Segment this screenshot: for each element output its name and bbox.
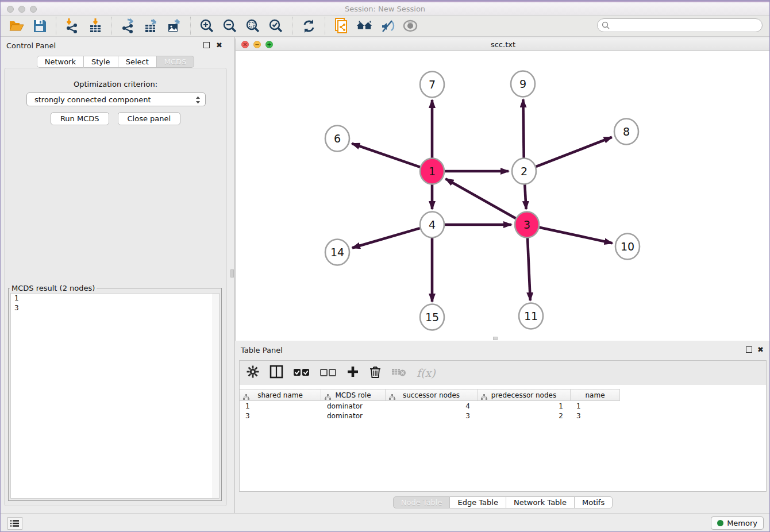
table-cell[interactable]: 4 bbox=[386, 402, 478, 411]
graph-node-7[interactable]: 7 bbox=[420, 72, 444, 98]
table-cell[interactable]: 1 bbox=[571, 402, 620, 411]
delete-column-icon[interactable] bbox=[369, 365, 381, 381]
tab-mcds[interactable]: MCDS bbox=[157, 56, 195, 68]
export-network-icon[interactable] bbox=[120, 17, 137, 34]
table-panel: Table Panel ✖ bbox=[235, 342, 770, 512]
column-header-shared-name[interactable]: shared name bbox=[240, 389, 321, 401]
graph-node-10[interactable]: 10 bbox=[615, 234, 640, 260]
table-tabs: Node Table Edge Table Network Table Moti… bbox=[235, 496, 770, 508]
table-cell[interactable]: 3 bbox=[571, 411, 620, 421]
table-toolbar: f(x) bbox=[240, 361, 766, 385]
tab-edge-table[interactable]: Edge Table bbox=[450, 496, 506, 508]
svg-text:6: 6 bbox=[334, 132, 341, 145]
tab-motifs[interactable]: Motifs bbox=[575, 496, 613, 508]
graph-node-2[interactable]: 2 bbox=[512, 159, 536, 184]
table-cell[interactable]: dominator bbox=[321, 402, 386, 411]
table-cell[interactable]: dominator bbox=[321, 411, 386, 421]
export-table-icon[interactable] bbox=[143, 17, 160, 34]
edge-2-9[interactable] bbox=[523, 99, 523, 159]
graph-node-11[interactable]: 11 bbox=[519, 303, 543, 329]
hide-graphics-icon[interactable] bbox=[379, 17, 396, 34]
table-cell[interactable]: 1 bbox=[478, 402, 571, 411]
edge-4-14[interactable] bbox=[352, 228, 420, 248]
table-cell[interactable]: 3 bbox=[240, 411, 321, 421]
zoom-fit-icon[interactable] bbox=[244, 17, 261, 34]
edge-3-11[interactable] bbox=[528, 237, 530, 300]
network-title: scc.txt bbox=[236, 40, 770, 49]
list-icon bbox=[10, 519, 20, 527]
session-title: Session: New Session bbox=[1, 5, 769, 13]
edge-2-3[interactable] bbox=[525, 184, 526, 209]
search-box[interactable] bbox=[597, 18, 763, 32]
graph-node-1[interactable]: 1 bbox=[420, 159, 444, 184]
tab-network-table[interactable]: Network Table bbox=[506, 496, 575, 508]
edge-1-6[interactable] bbox=[352, 144, 421, 167]
graph-node-14[interactable]: 14 bbox=[325, 240, 349, 265]
refresh-layout-icon[interactable] bbox=[300, 17, 317, 34]
add-column-icon[interactable] bbox=[346, 365, 359, 380]
float-panel-icon[interactable] bbox=[203, 42, 210, 48]
open-folder-icon[interactable] bbox=[8, 17, 25, 34]
select-all-icon[interactable] bbox=[294, 368, 310, 379]
svg-text:7: 7 bbox=[429, 78, 436, 91]
edge-3-10[interactable] bbox=[539, 228, 612, 244]
memory-button[interactable]: Memory bbox=[711, 516, 764, 530]
table-close-icon[interactable]: ✖ bbox=[757, 345, 764, 354]
table-cell[interactable]: 1 bbox=[240, 402, 321, 411]
tab-network[interactable]: Network bbox=[37, 56, 84, 68]
graph-node-3[interactable]: 3 bbox=[515, 212, 539, 238]
new-network-icon[interactable] bbox=[333, 17, 350, 34]
import-network-icon[interactable] bbox=[64, 17, 81, 34]
tab-select[interactable]: Select bbox=[118, 56, 157, 68]
control-panel-header: Control Panel ✖ bbox=[1, 40, 230, 52]
table-cell[interactable]: 2 bbox=[478, 411, 571, 421]
graph-node-6[interactable]: 6 bbox=[325, 126, 349, 152]
column-header-successor-nodes[interactable]: successor nodes bbox=[386, 389, 478, 401]
zoom-in-icon[interactable] bbox=[198, 17, 215, 34]
column-header-name[interactable]: name bbox=[571, 389, 620, 401]
search-input[interactable] bbox=[613, 21, 762, 29]
memory-label: Memory bbox=[727, 519, 757, 527]
settings-gear-icon[interactable] bbox=[247, 365, 259, 380]
vertical-splitter[interactable] bbox=[230, 37, 234, 513]
table-row[interactable]: 3dominator323 bbox=[240, 411, 620, 421]
result-scrollbar[interactable] bbox=[213, 294, 219, 498]
save-icon[interactable] bbox=[31, 17, 48, 34]
edge-3-1[interactable] bbox=[446, 179, 516, 218]
zoom-selected-icon[interactable] bbox=[267, 17, 284, 34]
home-views-icon[interactable] bbox=[356, 17, 373, 34]
network-window-titlebar[interactable]: ✕ − + scc.txt bbox=[236, 38, 770, 51]
criterion-select[interactable]: strongly connected component bbox=[26, 92, 206, 106]
edge-2-8[interactable] bbox=[536, 137, 612, 167]
task-history-button[interactable] bbox=[7, 517, 22, 530]
svg-text:3: 3 bbox=[523, 218, 530, 231]
column-header-predecessor-nodes[interactable]: predecessor nodes bbox=[478, 389, 571, 401]
show-graphics-icon[interactable] bbox=[402, 17, 419, 34]
tab-style[interactable]: Style bbox=[84, 56, 118, 68]
graph-node-15[interactable]: 15 bbox=[420, 304, 444, 330]
network-view-window: ✕ − + scc.txt 7968124314101511 bbox=[235, 38, 770, 341]
tab-node-table[interactable]: Node Table bbox=[393, 496, 451, 508]
graph-node-4[interactable]: 4 bbox=[420, 212, 444, 238]
toolbar-separator bbox=[325, 17, 325, 35]
close-panel-button[interactable]: Close panel bbox=[118, 112, 181, 125]
run-mcds-button[interactable]: Run MCDS bbox=[51, 112, 109, 125]
import-table-icon[interactable] bbox=[87, 17, 104, 34]
column-header-MCDS-role[interactable]: MCDS role bbox=[321, 389, 386, 401]
canvas-resize-handle[interactable] bbox=[493, 337, 498, 340]
graph-node-8[interactable]: 8 bbox=[614, 119, 638, 145]
delete-table-icon-disabled bbox=[391, 367, 406, 379]
zoom-out-icon[interactable] bbox=[221, 17, 238, 34]
toggle-column-view-icon[interactable] bbox=[270, 365, 283, 381]
close-panel-icon[interactable]: ✖ bbox=[216, 41, 222, 49]
splitter-grip[interactable] bbox=[230, 269, 234, 277]
table-float-icon[interactable] bbox=[746, 346, 752, 353]
control-panel: Control Panel ✖ Network Style Select MCD… bbox=[1, 37, 230, 513]
deselect-all-icon[interactable] bbox=[320, 368, 336, 379]
network-canvas[interactable]: 7968124314101511 bbox=[236, 51, 770, 341]
graph-node-9[interactable]: 9 bbox=[511, 71, 535, 97]
export-image-icon[interactable] bbox=[165, 17, 183, 34]
table-row[interactable]: 1dominator411 bbox=[240, 402, 620, 411]
toolbar-separator bbox=[292, 17, 292, 35]
table-cell[interactable]: 3 bbox=[386, 411, 478, 421]
